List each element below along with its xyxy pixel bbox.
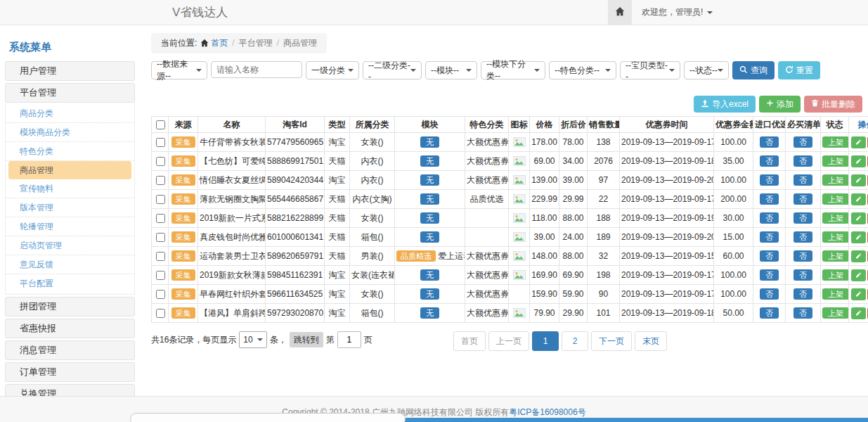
mustbuy-badge[interactable]: 否 xyxy=(793,212,812,224)
filter-select[interactable]: --数据来源-- xyxy=(151,61,207,79)
breadcrumb-home-link[interactable]: 首页 xyxy=(211,38,228,48)
chevron-down-icon xyxy=(257,338,263,341)
page-button[interactable]: 下一页 xyxy=(591,331,632,351)
filter-select[interactable]: --宝贝类型-- xyxy=(620,61,680,79)
mustbuy-badge[interactable]: 否 xyxy=(793,155,812,167)
status-badge[interactable]: 上架 xyxy=(822,174,849,186)
import-excel-button[interactable]: 导入excel xyxy=(694,96,756,113)
icp-link[interactable]: 粤ICP备16098006号 xyxy=(509,407,585,417)
per-page-select[interactable]: 10 xyxy=(239,331,266,348)
sidebar-item[interactable]: 消息管理 xyxy=(5,340,135,360)
import-badge[interactable]: 否 xyxy=(760,269,779,281)
import-badge[interactable]: 否 xyxy=(760,231,779,243)
sidebar-item[interactable]: 用户管理 xyxy=(5,61,135,81)
jump-button[interactable]: 跳转到 xyxy=(290,332,323,347)
sidebar-subitem[interactable]: 轮播管理 xyxy=(6,217,134,236)
type-cell: 天猫 xyxy=(325,247,350,266)
status-badge[interactable]: 上架 xyxy=(822,212,849,224)
sidebar-item[interactable]: 拼团管理 xyxy=(5,297,135,316)
page-button[interactable]: 末页 xyxy=(635,331,667,351)
import-badge[interactable]: 否 xyxy=(760,250,779,262)
sidebar-subitem[interactable]: 版本管理 xyxy=(6,198,134,217)
sidebar-subitem[interactable]: 特色分类 xyxy=(6,142,134,161)
mustbuy-badge[interactable]: 否 xyxy=(793,269,812,281)
sidebar-subitem[interactable]: 商品分类 xyxy=(6,104,134,123)
pagination: 共16条记录，每页显示 10 条， 跳转到 第 页 首页上一页12下一页末页 xyxy=(151,331,862,351)
filter-select[interactable]: --状态-- xyxy=(684,61,729,79)
edit-button[interactable] xyxy=(851,136,866,148)
sidebar-subitem[interactable]: 宣传物料 xyxy=(6,179,134,198)
import-badge[interactable]: 否 xyxy=(760,155,779,167)
sidebar-subitem[interactable]: 平台配置 xyxy=(6,274,134,293)
sidebar-subitem[interactable]: 商品管理 xyxy=(8,161,131,179)
row-checkbox[interactable] xyxy=(156,309,165,318)
page-button[interactable]: 上一页 xyxy=(488,331,529,351)
row-checkbox[interactable] xyxy=(156,138,165,147)
status-badge[interactable]: 上架 xyxy=(822,231,849,243)
row-checkbox[interactable] xyxy=(156,157,165,166)
mustbuy-badge[interactable]: 否 xyxy=(793,307,812,319)
row-checkbox[interactable] xyxy=(156,195,165,204)
select-all-checkbox[interactable] xyxy=(156,120,165,129)
status-badge[interactable]: 上架 xyxy=(822,288,849,300)
status-badge[interactable]: 上架 xyxy=(822,136,849,148)
filter-select[interactable]: --二级分类-- xyxy=(363,61,422,79)
edit-button[interactable] xyxy=(851,307,866,319)
row-checkbox[interactable] xyxy=(156,214,165,223)
filter-select[interactable]: --模块-- xyxy=(425,61,477,79)
edit-button[interactable] xyxy=(851,174,866,186)
reset-button[interactable]: 重置 xyxy=(778,61,820,79)
source-badge: 采集 xyxy=(171,136,195,148)
import-badge[interactable]: 否 xyxy=(760,307,779,319)
user-menu[interactable]: 欢迎您，管理员! xyxy=(642,6,713,18)
page-button[interactable]: 2 xyxy=(562,331,588,351)
edit-button[interactable] xyxy=(851,250,866,262)
sidebar-item[interactable]: 平台管理 xyxy=(5,83,135,103)
page-button[interactable]: 首页 xyxy=(453,331,486,351)
sidebar-subitem[interactable]: 意见反馈 xyxy=(6,255,134,274)
row-checkbox[interactable] xyxy=(156,252,165,261)
batch-delete-button[interactable]: 批量删除 xyxy=(804,96,862,113)
sidebar-subitem[interactable]: 模块商品分类 xyxy=(6,123,134,142)
edit-button[interactable] xyxy=(851,288,866,300)
edit-button[interactable] xyxy=(851,269,866,281)
search-button[interactable]: 查询 xyxy=(732,61,775,79)
row-checkbox[interactable] xyxy=(156,233,165,242)
import-badge[interactable]: 否 xyxy=(760,174,779,186)
import-badge[interactable]: 否 xyxy=(760,193,779,205)
mustbuy-badge[interactable]: 否 xyxy=(793,250,812,262)
status-badge[interactable]: 上架 xyxy=(822,193,849,205)
import-badge[interactable]: 否 xyxy=(760,136,779,148)
horizontal-scrollbar[interactable] xyxy=(130,413,406,422)
edit-button[interactable] xyxy=(851,193,866,205)
home-button[interactable] xyxy=(608,0,632,25)
filter-select[interactable]: 一级分类 xyxy=(306,61,359,79)
row-checkbox[interactable] xyxy=(156,271,165,280)
filter-select[interactable]: --特色分类-- xyxy=(549,61,616,79)
mustbuy-badge-cell: 否 xyxy=(786,209,821,228)
mustbuy-badge[interactable]: 否 xyxy=(793,193,812,205)
mustbuy-badge[interactable]: 否 xyxy=(793,174,812,186)
edit-button[interactable] xyxy=(851,231,866,243)
sidebar-subitem[interactable]: 启动页管理 xyxy=(6,236,134,255)
mustbuy-badge[interactable]: 否 xyxy=(793,136,812,148)
row-checkbox[interactable] xyxy=(156,176,165,185)
sidebar-item[interactable]: 省惠快报 xyxy=(5,319,135,338)
add-button[interactable]: 添加 xyxy=(759,96,801,113)
edit-button[interactable] xyxy=(851,155,866,167)
status-badge[interactable]: 上架 xyxy=(822,155,849,167)
row-checkbox[interactable] xyxy=(156,290,165,299)
name-search-input[interactable] xyxy=(211,61,302,78)
status-badge[interactable]: 上架 xyxy=(822,269,849,281)
filter-select[interactable]: --模块下分类-- xyxy=(481,61,545,79)
page-button[interactable]: 1 xyxy=(532,331,559,351)
mustbuy-badge[interactable]: 否 xyxy=(793,288,812,300)
edit-button[interactable] xyxy=(851,212,866,224)
sidebar-item[interactable]: 订单管理 xyxy=(5,362,135,382)
import-badge[interactable]: 否 xyxy=(760,212,779,224)
status-badge[interactable]: 上架 xyxy=(822,250,849,262)
import-badge[interactable]: 否 xyxy=(760,288,779,300)
jump-page-input[interactable] xyxy=(337,331,361,348)
mustbuy-badge[interactable]: 否 xyxy=(793,231,812,243)
status-badge[interactable]: 上架 xyxy=(822,307,849,319)
